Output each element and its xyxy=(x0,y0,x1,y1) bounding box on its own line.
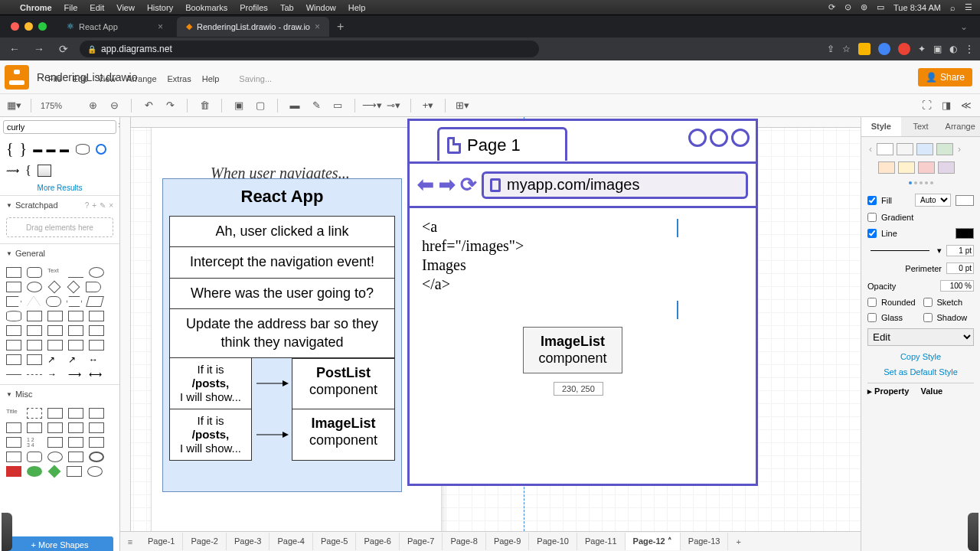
extension-icon[interactable] xyxy=(898,43,910,55)
react-app-container[interactable]: React App Ah, user clicked a link Interc… xyxy=(162,178,402,492)
mock-body-code[interactable]: <a href="/images"> Images </a> xyxy=(410,208,756,303)
zoom-in-button[interactable]: ⊕ xyxy=(85,98,100,113)
fill-mode-select[interactable]: Auto xyxy=(915,194,951,207)
tab-arrange[interactable]: Arrange xyxy=(940,117,980,137)
style-presets[interactable]: ‹ › xyxy=(867,143,974,155)
page-tab[interactable]: Page-7 xyxy=(400,533,443,550)
gradient-checkbox[interactable] xyxy=(867,213,877,222)
page-tab[interactable]: Page-11 xyxy=(577,533,626,550)
edit-icon[interactable]: ✎ xyxy=(100,201,106,210)
page-tab[interactable]: Page-3 xyxy=(227,533,270,550)
page-tab[interactable]: Page-1 xyxy=(140,533,183,550)
tab-overflow-icon[interactable]: ⌄ xyxy=(952,21,975,32)
zoom-out-button[interactable]: ⊖ xyxy=(106,98,122,113)
floating-component-box[interactable]: ImageListcomponent xyxy=(523,327,622,373)
zoom-level[interactable]: 175% xyxy=(41,101,79,110)
menu-tab[interactable]: Tab xyxy=(280,3,294,12)
misc-shapes-header[interactable]: ▼Misc xyxy=(0,384,119,403)
collapse-button[interactable]: ≪ xyxy=(959,98,974,113)
page-tab[interactable]: Page-12 ˄ xyxy=(626,533,681,550)
help-icon[interactable]: ? xyxy=(85,201,90,210)
profile-icon[interactable]: ◐ xyxy=(949,44,957,54)
delete-button[interactable]: 🗑 xyxy=(197,98,212,113)
step-box[interactable]: Intercept the navigation event! xyxy=(169,247,395,278)
menu-file[interactable]: File xyxy=(48,74,62,83)
bookmark-icon[interactable]: ☆ xyxy=(842,44,851,54)
menu-arrange[interactable]: Arrange xyxy=(126,74,156,83)
page-tab[interactable]: Page-6 xyxy=(356,533,399,550)
mock-forward-icon[interactable]: ➡ xyxy=(439,173,456,197)
step-box[interactable]: Ah, user clicked a link xyxy=(169,216,395,247)
tab-style[interactable]: Style xyxy=(861,117,901,137)
menu-history[interactable]: History xyxy=(147,3,173,12)
rounded-checkbox[interactable] xyxy=(867,298,877,307)
perimeter-input[interactable]: 0 pt xyxy=(946,262,974,274)
line-color-chip[interactable] xyxy=(956,228,974,239)
add-page-button[interactable]: + xyxy=(728,537,748,546)
fill-color-button[interactable]: ▬ xyxy=(287,98,302,113)
extension-icon[interactable] xyxy=(878,43,890,55)
menu-help[interactable]: Help xyxy=(202,74,220,83)
tab-text[interactable]: Text xyxy=(901,117,941,137)
to-front-button[interactable]: ▣ xyxy=(231,98,247,113)
general-shapes-grid[interactable]: Text ↗↗↔ →⟶⟷ xyxy=(0,262,119,384)
window-button-icon[interactable] xyxy=(710,129,728,147)
back-button[interactable]: ← xyxy=(6,43,23,55)
window-icon[interactable]: ▣ xyxy=(933,44,942,54)
window-button-icon[interactable] xyxy=(688,129,707,147)
drawio-logo[interactable] xyxy=(5,65,29,90)
kebab-menu-icon[interactable]: ⋮ xyxy=(965,44,974,54)
menu-edit[interactable]: Edit xyxy=(73,74,87,83)
menu-file[interactable]: File xyxy=(64,3,78,12)
condition-box[interactable]: If it is/posts,I will show... xyxy=(169,358,252,409)
menu-bookmarks[interactable]: Bookmarks xyxy=(185,3,227,12)
to-back-button[interactable]: ▢ xyxy=(253,98,268,113)
menu-profiles[interactable]: Profiles xyxy=(240,3,268,12)
general-shapes-header[interactable]: ▼General xyxy=(0,243,119,262)
mock-url-field[interactable]: myapp.com/images xyxy=(482,171,748,199)
menu-help[interactable]: Help xyxy=(348,3,366,12)
undo-button[interactable]: ↶ xyxy=(141,98,156,113)
close-tab-icon[interactable]: × xyxy=(315,21,320,32)
add-icon[interactable]: + xyxy=(92,201,96,210)
shadow-button[interactable]: ▭ xyxy=(330,98,345,113)
forward-button[interactable]: → xyxy=(31,43,47,55)
line-style-dropdown[interactable]: ▾ xyxy=(937,246,942,256)
edit-style-select[interactable]: Edit xyxy=(867,328,974,346)
opacity-input[interactable]: 100 % xyxy=(940,280,974,292)
sync-icon[interactable]: ⟳ xyxy=(828,2,835,12)
menu-view[interactable]: View xyxy=(116,3,135,12)
close-tab-icon[interactable]: × xyxy=(158,21,163,32)
component-box[interactable]: ImageListcomponent xyxy=(292,409,395,461)
sketch-checkbox[interactable] xyxy=(923,298,933,307)
insert-button[interactable]: +▾ xyxy=(420,98,436,113)
condition-box[interactable]: If it is/posts,I will show... xyxy=(169,409,252,461)
menu-extras[interactable]: Extras xyxy=(168,74,191,83)
line-color-button[interactable]: ✎ xyxy=(309,98,324,113)
more-shapes-button[interactable]: + More Shapes xyxy=(6,536,113,551)
next-preset-icon[interactable]: › xyxy=(956,144,962,155)
prev-preset-icon[interactable]: ‹ xyxy=(867,144,874,155)
waypoint-button[interactable]: ⊸▾ xyxy=(386,98,401,113)
close-icon[interactable]: × xyxy=(109,201,113,210)
reload-button[interactable]: ⟳ xyxy=(55,43,72,55)
new-tab-button[interactable]: + xyxy=(329,20,351,34)
share-button[interactable]: 👤 Share xyxy=(918,68,972,86)
pages-menu-button[interactable]: ≡ xyxy=(120,537,140,546)
page-tab[interactable]: Page-2 xyxy=(183,533,226,550)
page-tab[interactable]: Page-4 xyxy=(270,533,312,550)
spotlight-icon[interactable]: ⌕ xyxy=(950,3,956,12)
clock-icon[interactable]: ⊙ xyxy=(844,2,851,12)
browser-tab-drawio[interactable]: ◆ RenderingList.drawio - draw.io × xyxy=(177,17,329,37)
line-style-preview[interactable] xyxy=(871,250,929,251)
page-tab[interactable]: Page-5 xyxy=(313,533,356,550)
share-icon[interactable]: ⇪ xyxy=(827,44,835,54)
extension-icon[interactable] xyxy=(858,43,871,55)
close-window-icon[interactable] xyxy=(11,22,19,31)
address-field[interactable]: 🔒 app.diagrams.net xyxy=(80,41,539,57)
wifi-icon[interactable]: ⊚ xyxy=(861,2,867,12)
shadow-checkbox[interactable] xyxy=(923,313,933,322)
mock-reload-icon[interactable]: ⟳ xyxy=(460,173,477,197)
control-center-icon[interactable]: ☰ xyxy=(965,2,972,12)
clock-text[interactable]: Tue 8:34 AM xyxy=(893,3,941,12)
